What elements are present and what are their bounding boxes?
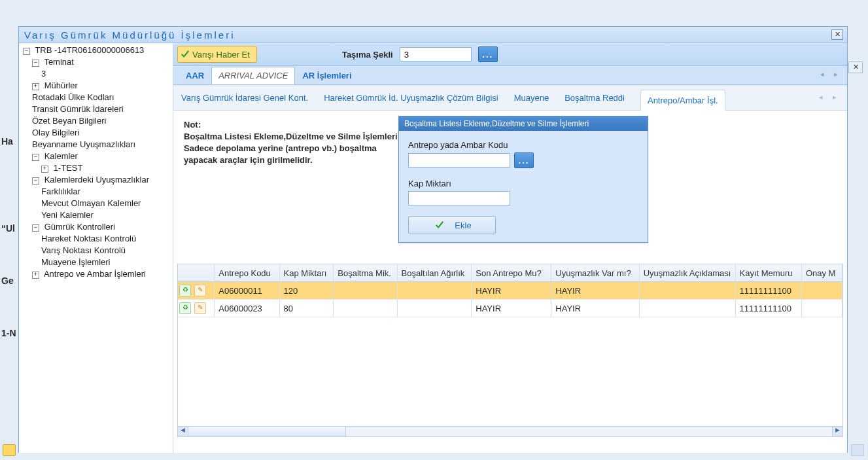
tab-arrival-advice[interactable]: ARRIVAL ADVICE [211, 67, 295, 84]
grid-cell[interactable] [397, 300, 472, 317]
kap-miktari-label: Kap Miktarı [408, 179, 638, 188]
aux-close-button[interactable]: ✕ [848, 62, 863, 73]
window-body: − TRB -14TR06160000006613 − Teminat 3 + … [19, 43, 847, 453]
row-delete-icon[interactable]: ♻ [179, 302, 191, 314]
aux-resize-grip[interactable] [851, 444, 864, 456]
tree-toggle[interactable]: − [32, 224, 39, 232]
col-antrepo-kodu[interactable]: Antrepo Kodu [215, 264, 279, 282]
tree-toggle[interactable]: − [32, 154, 39, 161]
table-row[interactable]: ♻ ✎ A06000023 80 HAYIR HAYIR [178, 300, 842, 317]
tasima-sekli-input[interactable] [400, 47, 472, 62]
tab-nav-arrows[interactable]: ◂ ▸ [820, 70, 842, 79]
tree-root[interactable]: TRB -14TR06160000006613 [35, 45, 144, 55]
grid-cell[interactable]: HAYIR [472, 300, 551, 317]
antrepo-kodu-input[interactable] [408, 153, 510, 168]
bosaltma-grid[interactable]: Antrepo Kodu Kap Miktarı Boşaltma Mik. B… [178, 264, 842, 317]
itab-muayene[interactable]: Muayene [514, 85, 549, 110]
col-son-antrepo[interactable]: Son Antrepo Mu? [472, 264, 551, 282]
background-cutoff-text: Ha “Ul Ge 1-N 2-U 3-T be Tal 4- ku İşle … [1, 98, 20, 360]
grid-cell[interactable]: HAYIR [551, 282, 639, 300]
tree-node-antrepo-ambar[interactable]: Antrepo ve Ambar İşlemleri [44, 269, 146, 279]
ekle-button[interactable]: Ekle [408, 216, 496, 234]
tree-leaf[interactable]: Yeni Kalemler [41, 210, 94, 220]
antrepo-kodu-lookup-button[interactable]: ... [514, 152, 534, 168]
grid-cell[interactable]: 120 [279, 282, 334, 300]
grid-cell[interactable] [397, 282, 472, 300]
tree-leaf[interactable]: Rotadaki Ülke Kodları [32, 92, 114, 102]
grid-cell[interactable] [801, 300, 842, 317]
grid-cell[interactable]: A06000023 [215, 300, 279, 317]
content-pane: Varışı Haber Et Taşıma Şekli ... AAR ARR… [173, 43, 847, 453]
tree-leaf[interactable]: Muayene İşlemleri [41, 257, 111, 267]
tree-toggle[interactable]: − [23, 48, 30, 55]
grid-cell[interactable]: HAYIR [551, 300, 639, 317]
grid-cell[interactable] [639, 300, 735, 317]
col-kayit-memuru[interactable]: Kayıt Memuru [735, 264, 801, 282]
tree-leaf[interactable]: Özet Beyan Bilgileri [32, 116, 106, 126]
tab-aar[interactable]: AAR [179, 67, 211, 84]
kap-miktari-input[interactable] [408, 191, 510, 205]
col-bosaltma-mik[interactable]: Boşaltma Mik. [334, 264, 397, 282]
grid-cell[interactable] [334, 282, 397, 300]
tree-node-kalemler[interactable]: Kalemler [44, 151, 78, 161]
tree-leaf-1test[interactable]: 1-TEST [54, 163, 83, 173]
tree-node-muhurler[interactable]: Mühürler [44, 80, 78, 90]
grid-cell[interactable]: 80 [279, 300, 334, 317]
haber-et-button[interactable]: Varışı Haber Et [177, 46, 257, 63]
tree-leaf[interactable]: Hareket Noktası Kontrolü [41, 234, 136, 243]
scroll-left-arrow[interactable]: ◀ [178, 427, 188, 436]
grid-container: Antrepo Kodu Kap Miktarı Boşaltma Mik. B… [177, 264, 843, 427]
tree-toggle[interactable]: + [32, 83, 39, 90]
grid-cell[interactable]: A06000011 [215, 282, 279, 300]
col-uyusmazlik-var[interactable]: Uyuşmazlık Var mı? [551, 264, 639, 282]
tree-leaf[interactable]: Olay Bilgileri [32, 128, 79, 137]
tree-toggle[interactable]: − [32, 60, 39, 67]
window-titlebar[interactable]: Varış Gümrük Müdürlüğü İşlemleri ✕ [19, 27, 847, 43]
itab-uyusmazlik-cozum[interactable]: Hareket Gümrük İd. Uyuşmazlık Çözüm Bilg… [324, 85, 498, 110]
grid-cell[interactable]: 11111111100 [735, 282, 801, 300]
tasima-sekli-lookup-button[interactable]: ... [478, 46, 498, 62]
tree-leaf[interactable]: Mevcut Olmayan Kalemler [41, 198, 141, 208]
grid-cell[interactable] [801, 282, 842, 300]
scroll-track[interactable] [188, 427, 832, 436]
note-box: Not: Boşaltma Listesi Ekleme,Düzeltme ve… [179, 116, 409, 171]
col-onay[interactable]: Onay M [801, 264, 842, 282]
dialog-title: Boşaltma Listesi Ekleme,Düzeltme ve Silm… [399, 116, 648, 131]
row-edit-icon[interactable]: ✎ [194, 302, 206, 314]
tree-leaf-teminat-value[interactable]: 3 [41, 69, 46, 79]
outer-tab-page: Varış Gümrük İdaresi Genel Kont. Hareket… [173, 85, 847, 453]
itab-bosaltma-reddi[interactable]: Boşaltma Reddi [564, 85, 625, 110]
tree-toggle[interactable]: + [41, 166, 48, 173]
table-row[interactable]: ♻ ✎ A06000011 120 HAYIR HAYIR [178, 282, 842, 300]
window-close-button[interactable]: ✕ [831, 29, 843, 40]
itab-antrepo-ambar[interactable]: Antrepo/Ambar İşl. [640, 90, 725, 111]
tree-leaf[interactable]: Transit Gümrük İdareleri [32, 104, 124, 114]
tab-ar-islemleri[interactable]: AR İşlemleri [295, 67, 358, 84]
tree-node-gumruk-kontrol[interactable]: Gümrük Kontrolleri [44, 222, 115, 232]
haber-et-label: Varışı Haber Et [192, 50, 250, 60]
grid-horizontal-scrollbar[interactable]: ◀ ▶ [177, 426, 843, 437]
tree-toggle[interactable]: − [32, 177, 39, 185]
tree-toggle[interactable]: + [32, 272, 39, 279]
grid-cell[interactable] [334, 300, 397, 317]
scroll-right-arrow[interactable]: ▶ [832, 427, 842, 436]
grid-cell[interactable] [639, 282, 735, 300]
tree-leaf[interactable]: Beyanname Uyuşmazlıkları [32, 139, 135, 149]
col-bosaltilan-agirlik[interactable]: Boşaltılan Ağırlık [397, 264, 472, 282]
tree-node-kalem-uyusmazlik[interactable]: Kalemlerdeki Uyuşmazlıklar [44, 175, 149, 185]
tree-leaf[interactable]: Varış Noktası Kontrolü [41, 245, 126, 255]
tree-leaf[interactable]: Farklılıklar [41, 186, 80, 196]
ekle-label: Ekle [455, 221, 471, 230]
col-kap-miktari[interactable]: Kap Miktarı [279, 264, 334, 282]
scroll-thumb[interactable] [188, 427, 346, 436]
grid-cell[interactable]: HAYIR [472, 282, 551, 300]
note-body: Boşaltma Listesi Ekleme,Düzeltme ve Silm… [184, 131, 404, 167]
grid-cell[interactable]: 11111111100 [735, 300, 801, 317]
col-uyusmazlik-aciklama[interactable]: Uyuşmazlık Açıklaması [639, 264, 735, 282]
itab-nav-arrows[interactable]: ◂ ▸ [819, 93, 841, 101]
tree-node-teminat[interactable]: Teminat [44, 57, 74, 67]
itab-genel-kont[interactable]: Varış Gümrük İdaresi Genel Kont. [181, 85, 308, 110]
grid-header-row: Antrepo Kodu Kap Miktarı Boşaltma Mik. B… [178, 264, 842, 282]
row-delete-icon[interactable]: ♻ [179, 285, 191, 296]
row-edit-icon[interactable]: ✎ [194, 285, 206, 296]
